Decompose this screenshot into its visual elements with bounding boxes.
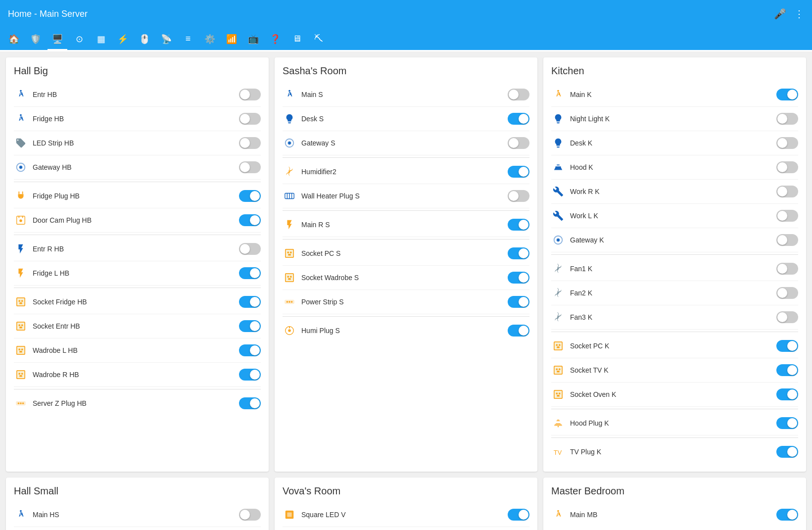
svg-point-15 (21, 324, 23, 326)
toggle-switch[interactable] (239, 89, 261, 100)
device-row: Fan3 K (551, 305, 798, 330)
toggle-switch[interactable] (508, 89, 529, 100)
svg-rect-58 (554, 342, 563, 350)
toggle-switch[interactable] (239, 509, 261, 521)
toggle-switch[interactable] (239, 243, 261, 255)
svg-point-30 (22, 402, 24, 404)
mic-icon[interactable]: 🎤 (774, 8, 786, 20)
toggle-switch[interactable] (239, 296, 261, 308)
svg-rect-76 (287, 512, 291, 517)
motion-icon (283, 88, 296, 101)
toggle-switch[interactable] (508, 509, 529, 521)
toggle-switch[interactable] (776, 137, 798, 149)
toggle-switch[interactable] (239, 137, 261, 149)
toggle-switch[interactable] (508, 272, 529, 284)
toggle-switch[interactable] (776, 509, 798, 521)
room-title: Master Bedroom (551, 485, 798, 497)
toggle-switch[interactable] (776, 89, 798, 100)
toggle-switch[interactable] (776, 113, 798, 125)
toggle-switch[interactable] (508, 113, 529, 125)
nav-settings[interactable]: ⚙️ (200, 29, 220, 49)
room-title: Vova's Room (283, 485, 529, 497)
device-name: Main S (301, 91, 508, 98)
nav-wifi[interactable]: 📶 (222, 29, 241, 49)
toggle-switch[interactable] (239, 161, 261, 173)
toggle-switch[interactable] (776, 287, 798, 299)
toggle-switch[interactable] (776, 417, 798, 429)
plug-circle-icon (283, 324, 296, 337)
nav-circle[interactable]: ⊙ (69, 29, 89, 49)
svg-rect-37 (286, 249, 294, 258)
nav-help[interactable]: ❓ (265, 29, 285, 49)
nav-desktop[interactable]: 🖱️ (135, 29, 154, 49)
svg-rect-41 (288, 254, 291, 256)
toggle-switch[interactable] (776, 210, 798, 222)
socket-icon (14, 343, 28, 357)
nav-hierarchy[interactable]: ⛏ (309, 29, 329, 49)
fan-gray-icon (551, 286, 565, 300)
separator (14, 288, 261, 288)
toggle-switch[interactable] (508, 325, 529, 337)
svg-point-61 (559, 344, 561, 346)
room-card-hall-big: Hall BigEntr HBFridge HBLED Strip HBGate… (6, 57, 269, 472)
toggle-switch[interactable] (239, 113, 261, 125)
toggle-switch[interactable] (239, 344, 261, 356)
toggle-switch[interactable] (508, 296, 529, 308)
toggle-switch[interactable] (508, 166, 529, 178)
menu-icon[interactable]: ⋮ (794, 8, 804, 20)
gateway-icon (14, 160, 28, 174)
nav-display[interactable]: 🖥 (287, 29, 307, 49)
device-name: Humi Plug S (301, 327, 508, 335)
toggle-switch[interactable] (776, 263, 798, 275)
svg-point-39 (287, 251, 289, 253)
svg-point-24 (18, 373, 20, 375)
toggle-switch[interactable] (508, 247, 529, 259)
toggle-switch[interactable] (508, 137, 529, 149)
fan-gray-icon (551, 262, 565, 276)
toggle-switch[interactable] (776, 186, 798, 197)
toggle-switch[interactable] (508, 219, 529, 231)
toggle-switch[interactable] (776, 161, 798, 173)
nav-layers[interactable]: ≡ (178, 29, 198, 49)
svg-point-6 (19, 219, 22, 222)
separator (551, 254, 798, 255)
nav-tv[interactable]: 📺 (243, 29, 263, 49)
toggle-switch[interactable] (776, 446, 798, 458)
device-name: Night Light K (570, 115, 776, 123)
nav-shield[interactable]: 🛡️ (26, 29, 46, 49)
device-name: Square LED V (301, 511, 508, 519)
nav-bolt[interactable]: ⚡ (113, 29, 133, 49)
svg-point-55 (558, 268, 559, 270)
toggle-switch[interactable] (239, 267, 261, 279)
separator (14, 182, 261, 182)
device-name: TV Plug K (570, 448, 776, 456)
device-name: Socket Oven K (570, 390, 776, 398)
device-row: Main MB (551, 503, 798, 527)
toggle-switch[interactable] (776, 388, 798, 400)
toggle-switch[interactable] (776, 234, 798, 246)
motion-icon (14, 508, 28, 522)
nav-grid[interactable]: ▦ (91, 29, 111, 49)
device-row: Work L K (551, 204, 798, 228)
device-row: Fridge HB (14, 107, 261, 131)
toggle-switch[interactable] (239, 320, 261, 332)
device-name: Desk S (301, 115, 508, 123)
toggle-switch[interactable] (508, 190, 529, 202)
toggle-switch[interactable] (776, 340, 798, 352)
toggle-switch[interactable] (239, 369, 261, 381)
device-name: Wall Heater Plug S (301, 192, 508, 200)
separator (551, 332, 798, 332)
toggle-switch[interactable] (239, 214, 261, 226)
toggle-switch[interactable] (776, 311, 798, 323)
nav-home[interactable]: 🏠 (4, 29, 24, 49)
nav-antenna[interactable]: 📡 (156, 29, 176, 49)
room-card-vovas-room: Vova's RoomSquare LED VDesk VGateway VSo… (275, 478, 537, 530)
device-row: Socket Fridge HB (14, 290, 261, 314)
device-row: LED Strip HB (14, 131, 261, 155)
device-name: Fridge Plug HB (33, 192, 239, 200)
device-name: Socket Wadrobe S (301, 274, 508, 282)
toggle-switch[interactable] (776, 364, 798, 376)
toggle-switch[interactable] (239, 397, 261, 409)
toggle-switch[interactable] (239, 190, 261, 202)
nav-monitor[interactable]: 🖥️ (48, 29, 67, 49)
